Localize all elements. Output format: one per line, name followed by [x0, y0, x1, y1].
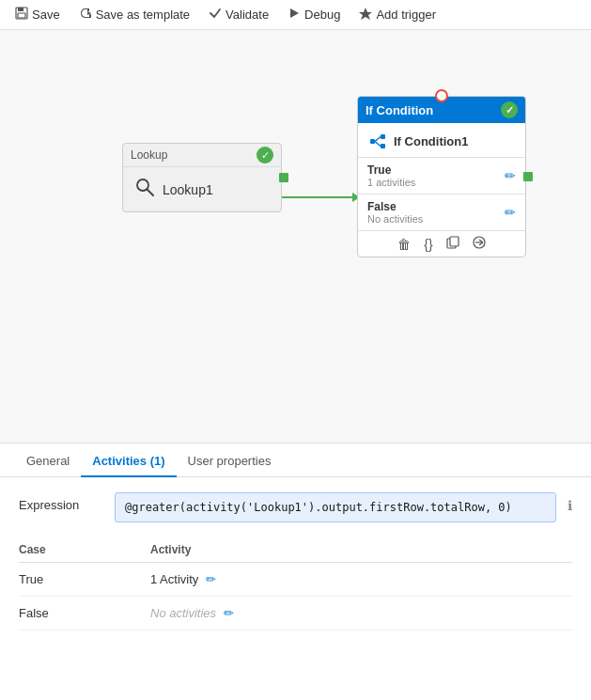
svg-rect-2 — [18, 13, 25, 18]
lookup-check-icon: ✓ — [257, 147, 273, 163]
row-true-case: True — [19, 572, 150, 586]
expression-info-icon[interactable]: ℹ — [568, 492, 572, 513]
lookup-connector-right — [279, 173, 288, 182]
svg-point-5 — [137, 179, 148, 191]
if-copy-icon[interactable] — [446, 236, 459, 252]
row-true-activity: 1 Activity ✏ — [150, 572, 572, 586]
panel-content: Expression @greater(activity('Lookup1').… — [0, 477, 591, 646]
if-delete-icon[interactable]: 🗑 — [397, 237, 411, 252]
lookup-header-label: Lookup — [131, 148, 167, 162]
validate-label: Validate — [226, 8, 269, 22]
if-redirect-icon[interactable] — [473, 236, 486, 252]
svg-line-6 — [148, 190, 153, 195]
connection-arrow — [282, 196, 359, 198]
bottom-panel: General Activities (1) User properties E… — [0, 443, 591, 700]
if-true-branch[interactable]: True 1 activities ✏ — [358, 157, 525, 194]
table-row: True 1 Activity ✏ — [19, 563, 572, 597]
validate-icon — [209, 7, 222, 23]
lookup-search-icon — [134, 177, 155, 202]
activity-col-header: Activity — [150, 543, 572, 556]
table-row: False No activities ✏ — [19, 597, 572, 630]
if-node-title: If Condition1 — [394, 134, 468, 148]
svg-line-11 — [375, 142, 381, 147]
save-as-template-button[interactable]: Save as template — [71, 5, 197, 24]
lookup-node-body: Lookup1 — [123, 167, 281, 211]
if-false-info: False No activities — [367, 200, 423, 225]
save-template-label: Save as template — [96, 8, 190, 22]
row-false-case: False — [19, 606, 150, 620]
debug-icon — [288, 7, 301, 23]
toolbar: Save Save as template Validate Debug — [0, 0, 591, 30]
expression-value[interactable]: @greater(activity('Lookup1').output.firs… — [115, 492, 556, 522]
row-false-activity: No activities ✏ — [150, 606, 572, 620]
if-false-branch[interactable]: False No activities ✏ — [358, 194, 525, 230]
expression-row: Expression @greater(activity('Lookup1').… — [19, 492, 572, 522]
if-header-label: If Condition — [365, 103, 433, 117]
canvas-area: Lookup ✓ Lookup1 If Condition ✓ — [0, 30, 591, 443]
if-branch-icon — [367, 131, 388, 151]
svg-rect-8 — [381, 134, 385, 139]
svg-marker-4 — [359, 8, 372, 20]
validate-button[interactable]: Validate — [201, 5, 276, 24]
activities-table: Case Activity True 1 Activity ✏ False No… — [19, 537, 572, 630]
if-title-row: If Condition1 — [358, 123, 525, 157]
lookup-title: Lookup1 — [163, 182, 213, 197]
if-check-icon: ✓ — [501, 101, 518, 118]
if-connector-right — [523, 172, 533, 181]
save-icon — [15, 7, 28, 23]
if-false-sub: No activities — [367, 213, 423, 225]
trigger-icon — [359, 7, 372, 23]
row-true-edit-icon[interactable]: ✏ — [206, 572, 216, 586]
if-false-edit-icon[interactable]: ✏ — [505, 205, 516, 220]
if-true-info: True 1 activities — [367, 163, 415, 188]
if-condition-node[interactable]: If Condition ✓ If Condition1 True 1 acti… — [357, 96, 526, 257]
svg-marker-3 — [290, 8, 299, 18]
tab-bar: General Activities (1) User properties — [0, 443, 591, 477]
add-trigger-label: Add trigger — [376, 8, 436, 22]
if-code-icon[interactable]: {} — [424, 237, 432, 252]
svg-rect-9 — [381, 144, 385, 148]
add-trigger-button[interactable]: Add trigger — [351, 5, 443, 24]
svg-rect-13 — [450, 237, 459, 246]
tab-activities[interactable]: Activities (1) — [81, 446, 176, 477]
expression-label: Expression — [19, 492, 103, 512]
svg-line-10 — [375, 137, 381, 142]
save-label: Save — [32, 8, 60, 22]
save-template-icon — [79, 7, 92, 23]
if-true-edit-icon[interactable]: ✏ — [505, 168, 516, 183]
if-true-label: True — [367, 163, 415, 177]
if-connector-top — [435, 89, 448, 102]
if-false-label: False — [367, 200, 423, 213]
tab-general[interactable]: General — [15, 446, 81, 477]
debug-label: Debug — [304, 8, 340, 22]
case-col-header: Case — [19, 543, 150, 556]
if-node-footer: 🗑 {} — [358, 230, 525, 257]
svg-rect-1 — [18, 8, 23, 11]
row-false-edit-icon[interactable]: ✏ — [224, 606, 234, 620]
svg-rect-7 — [370, 139, 375, 144]
tab-user-properties[interactable]: User properties — [177, 446, 283, 477]
if-true-sub: 1 activities — [367, 177, 415, 188]
save-button[interactable]: Save — [8, 5, 68, 24]
debug-button[interactable]: Debug — [280, 5, 348, 24]
lookup-node-header: Lookup ✓ — [123, 144, 281, 167]
lookup-node[interactable]: Lookup ✓ Lookup1 — [122, 143, 282, 212]
table-header: Case Activity — [19, 537, 572, 563]
